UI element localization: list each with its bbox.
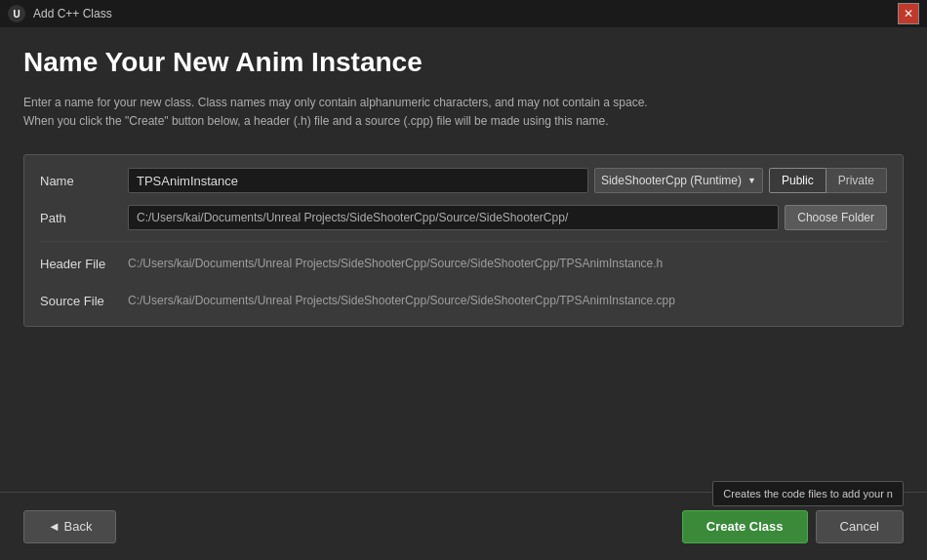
close-button[interactable]: ✕	[898, 3, 919, 24]
description-line1: Enter a name for your new class. Class n…	[23, 94, 904, 112]
dropdown-arrow-icon: ▼	[747, 176, 756, 185]
header-file-path: C:/Users/kai/Documents/Unreal Projects/S…	[128, 257, 663, 270]
public-button[interactable]: Public	[769, 168, 826, 193]
footer: ◄ Back Creates the code files to add you…	[0, 492, 927, 560]
main-content: Name Your New Anim Instance Enter a name…	[0, 27, 927, 346]
description-line2: When you click the "Create" button below…	[23, 112, 904, 131]
name-label: Name	[40, 174, 128, 188]
source-file-row: Source File C:/Users/kai/Documents/Unrea…	[40, 287, 887, 314]
page-title: Name Your New Anim Instance	[23, 47, 904, 78]
description: Enter a name for your new class. Class n…	[23, 94, 904, 131]
path-input[interactable]	[128, 205, 779, 230]
ue-logo: U	[8, 5, 25, 22]
back-button[interactable]: ◄ Back	[23, 510, 116, 543]
cancel-button[interactable]: Cancel	[816, 510, 904, 543]
source-file-controls: C:/Users/kai/Documents/Unreal Projects/S…	[128, 294, 887, 307]
path-label: Path	[40, 211, 128, 225]
divider	[40, 241, 887, 242]
source-file-path: C:/Users/kai/Documents/Unreal Projects/S…	[128, 294, 675, 307]
name-row: Name SideShooterCpp (Runtime) ▼ Public P…	[40, 167, 887, 194]
name-controls: SideShooterCpp (Runtime) ▼ Public Privat…	[128, 168, 887, 193]
footer-right: Creates the code files to add your n Cre…	[682, 510, 904, 543]
private-button[interactable]: Private	[826, 168, 887, 193]
source-file-label: Source File	[40, 294, 128, 308]
header-file-label: Header File	[40, 257, 128, 271]
name-input[interactable]	[128, 168, 588, 193]
title-bar-left: U Add C++ Class	[8, 5, 112, 22]
create-class-button[interactable]: Create Class	[682, 510, 808, 543]
access-buttons: Public Private	[769, 168, 887, 193]
title-bar-title: Add C++ Class	[33, 7, 112, 20]
path-controls: Choose Folder	[128, 205, 887, 230]
header-file-controls: C:/Users/kai/Documents/Unreal Projects/S…	[128, 257, 887, 270]
module-dropdown[interactable]: SideShooterCpp (Runtime) ▼	[594, 168, 763, 193]
footer-left: ◄ Back	[23, 510, 116, 543]
tooltip: Creates the code files to add your n	[712, 481, 904, 506]
path-row: Path Choose Folder	[40, 204, 887, 231]
form-section: Name SideShooterCpp (Runtime) ▼ Public P…	[23, 154, 904, 327]
title-bar: U Add C++ Class ✕	[0, 0, 927, 27]
module-dropdown-label: SideShooterCpp (Runtime)	[601, 174, 742, 187]
choose-folder-button[interactable]: Choose Folder	[785, 205, 887, 230]
header-file-row: Header File C:/Users/kai/Documents/Unrea…	[40, 250, 887, 277]
